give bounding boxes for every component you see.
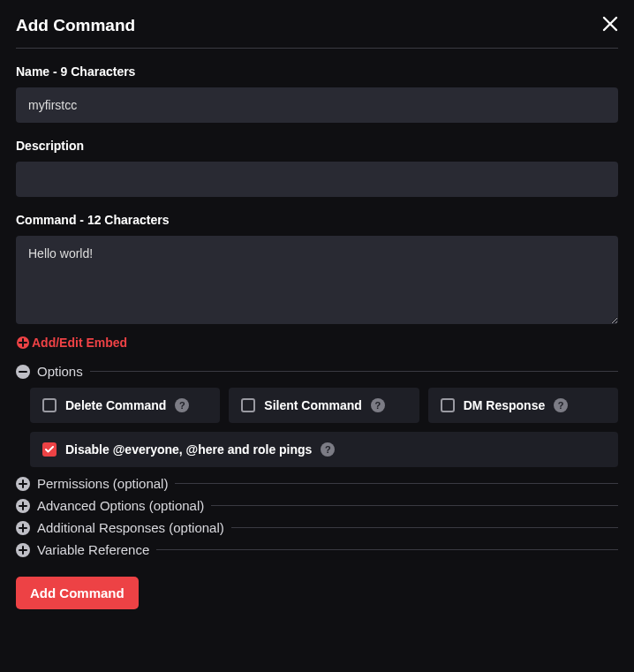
variable-section-header[interactable]: Variable Reference [16,542,618,557]
command-label: Command - 12 Characters [16,213,618,227]
option-label: DM Response [464,398,546,412]
close-icon[interactable] [602,16,618,35]
add-edit-embed-link[interactable]: Add/Edit Embed [16,336,127,350]
divider [231,527,618,528]
divider [175,483,618,484]
variable-label: Variable Reference [37,542,149,557]
option-label: Delete Command [65,398,166,412]
permissions-section-header[interactable]: Permissions (optional) [16,476,618,491]
plus-circle-icon [16,543,30,557]
checkbox-delete-command[interactable] [42,398,57,412]
divider [211,505,618,506]
modal-header: Add Command [16,16,618,49]
help-icon[interactable]: ? [321,442,335,457]
name-input[interactable] [16,87,618,123]
advanced-section-header[interactable]: Advanced Options (optional) [16,498,618,513]
option-label: Silent Command [264,398,361,412]
checkbox-silent-command[interactable] [241,398,255,412]
plus-circle-icon [16,336,30,350]
option-silent-command[interactable]: Silent Command ? [229,388,419,423]
name-label: Name - 9 Characters [16,64,618,79]
command-textarea[interactable] [16,236,618,324]
option-dm-response[interactable]: DM Response ? [428,388,618,423]
options-section-header[interactable]: Options [16,364,618,379]
checkbox-dm-response[interactable] [441,398,455,412]
help-icon[interactable]: ? [554,398,568,412]
options-grid: Delete Command ? Silent Command ? DM Res… [30,388,618,467]
minus-circle-icon [16,365,30,379]
plus-circle-icon [16,499,30,513]
modal-title: Add Command [16,16,135,35]
options-label: Options [37,364,83,379]
option-label: Disable @everyone, @here and role pings [65,442,312,457]
additional-section-header[interactable]: Additional Responses (optional) [16,520,618,535]
add-command-button[interactable]: Add Command [16,577,139,609]
plus-circle-icon [16,477,30,491]
description-label: Description [16,139,618,153]
option-disable-pings[interactable]: Disable @everyone, @here and role pings … [30,432,618,467]
permissions-label: Permissions (optional) [37,476,168,491]
checkbox-disable-pings[interactable] [42,442,57,457]
help-icon[interactable]: ? [175,398,189,412]
divider [156,549,618,550]
additional-label: Additional Responses (optional) [37,520,224,535]
help-icon[interactable]: ? [371,398,385,412]
embed-link-label: Add/Edit Embed [32,336,127,350]
option-delete-command[interactable]: Delete Command ? [30,388,220,423]
plus-circle-icon [16,521,30,535]
description-input[interactable] [16,162,618,197]
advanced-label: Advanced Options (optional) [37,498,204,513]
divider [90,371,618,372]
